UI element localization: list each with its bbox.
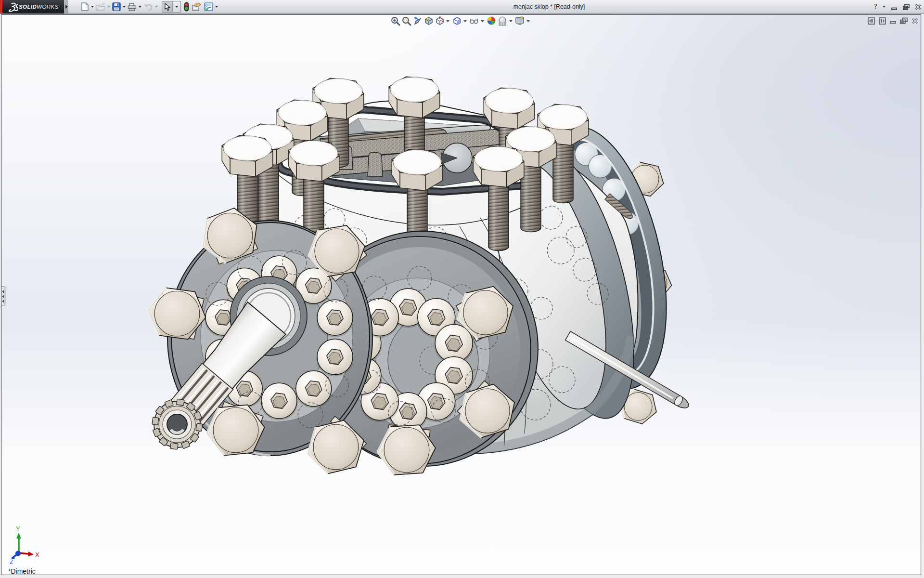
close-button[interactable] (914, 3, 922, 11)
traffic-light-button[interactable] (184, 1, 189, 13)
restore-button[interactable] (902, 3, 910, 11)
triad-x-label: X (35, 551, 39, 558)
print-button[interactable] (128, 1, 137, 13)
triad-y-label: Y (16, 525, 20, 532)
edit-appearance-icon[interactable] (488, 17, 495, 25)
help-button[interactable]: ? (874, 3, 877, 11)
select-dropdown[interactable] (172, 1, 180, 12)
minimize-button[interactable] (891, 3, 898, 11)
view-orientation-label: *Dimetric (8, 567, 36, 575)
open-folder-icon (96, 2, 105, 11)
undo-button[interactable] (143, 1, 153, 13)
undo-dropdown[interactable] (155, 6, 158, 8)
new-dropdown[interactable] (91, 6, 94, 8)
print-icon (128, 2, 137, 11)
triad-z-label: Z (10, 559, 13, 565)
socket-screw (316, 300, 353, 337)
select-tool-button[interactable] (162, 1, 181, 13)
options-checklist-icon (204, 2, 213, 11)
window-controls: ? (874, 0, 922, 13)
save-dropdown[interactable] (123, 6, 126, 8)
expand-arrow-icon (65, 5, 68, 9)
ds-logo-icon (5, 1, 18, 12)
graphics-viewport[interactable]: YXZ*Dimetric (1, 14, 921, 575)
appearance-hand-button[interactable] (192, 1, 202, 13)
print-dropdown[interactable] (139, 6, 141, 8)
options-dropdown[interactable] (215, 6, 218, 8)
socket-screw (260, 383, 297, 420)
help-dropdown[interactable] (883, 6, 886, 8)
document-title: menjac sklop * [Read-only] (513, 0, 585, 13)
main-toolbar (81, 0, 220, 13)
menu-expand-button[interactable] (64, 0, 68, 13)
solidworks-wordmark: SOLIDWORKS (19, 4, 59, 10)
window-frame-right (922, 14, 924, 578)
open-button[interactable] (96, 1, 105, 13)
titlebar: SOLIDWORKS menjac sklop * [Read-only] ? (0, 0, 924, 14)
open-dropdown[interactable] (107, 6, 110, 8)
options-button[interactable] (204, 1, 213, 13)
select-cursor-icon (164, 3, 170, 11)
new-document-icon (81, 2, 89, 11)
window-frame-bottom (0, 576, 924, 578)
socket-screw (295, 370, 332, 408)
appearance-hand-icon (192, 2, 202, 11)
featuremanager-collapsed-tab[interactable] (1, 287, 5, 305)
undo-icon (143, 3, 153, 11)
apply-scene-icon[interactable] (499, 17, 506, 26)
solidworks-logo: SOLIDWORKS (2, 0, 64, 13)
section-view-icon[interactable] (425, 17, 432, 25)
save-button[interactable] (112, 1, 121, 13)
save-floppy-icon (112, 2, 121, 11)
socket-screw (316, 339, 353, 376)
traffic-light-icon (184, 2, 189, 12)
display-style-icon[interactable] (454, 17, 461, 25)
new-document-button[interactable] (81, 1, 89, 13)
